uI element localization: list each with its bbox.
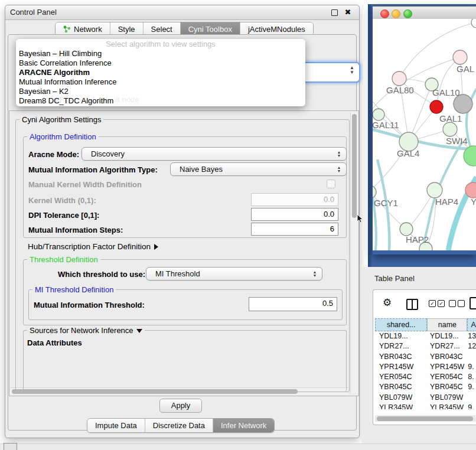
column-header-name[interactable]: name xyxy=(427,318,467,331)
bottom-tab-infer-network[interactable]: Infer Network xyxy=(213,419,274,432)
table-cell: YER054C xyxy=(428,372,468,382)
table-horizontal-scrollbar[interactable] xyxy=(375,415,476,422)
table-row[interactable]: YDL19...YDL19...13 xyxy=(375,331,476,341)
float-window-icon[interactable] xyxy=(331,9,338,16)
kernel-width-field[interactable]: 0.0 xyxy=(251,193,338,206)
which-threshold-label: Which threshold to use: xyxy=(58,270,145,279)
mi-steps-field[interactable]: 6 xyxy=(251,223,338,236)
algorithm-dropdown-popup: Select algorithm to view settings Bayesi… xyxy=(16,39,305,106)
network-icon xyxy=(63,25,71,33)
tab-select[interactable]: Select xyxy=(144,22,181,35)
table-row[interactable]: YBL079WYBL079W xyxy=(375,393,476,403)
table-cell xyxy=(468,393,476,403)
table-cell: YBR043C xyxy=(375,352,428,362)
column-header-A[interactable]: A xyxy=(467,318,476,331)
tab-network[interactable]: Network xyxy=(56,22,110,35)
mi-algorithm-type-label: Mutual Information Algorithm Type: xyxy=(28,165,158,174)
table-row[interactable]: YBR043CYBR043C xyxy=(375,352,476,362)
apply-button[interactable]: Apply xyxy=(159,399,202,413)
threshold-definition-title: Threshold Definition xyxy=(27,255,100,264)
gear-icon[interactable]: ⚙ xyxy=(383,296,392,309)
control-panel-titlebar[interactable]: Control Panel ✖ xyxy=(5,5,359,20)
table-cell: YLR345W xyxy=(375,403,428,409)
algorithm-option[interactable]: ARACNE Algorithm xyxy=(16,68,305,77)
clear-checkboxes-icon[interactable] xyxy=(449,300,465,307)
collapsed-arrow-icon xyxy=(154,244,158,250)
node-label-hap4: HAP4 xyxy=(435,197,458,207)
table-row[interactable]: YPR145WYPR145W9. xyxy=(375,362,476,372)
manual-kernel-width-label: Manual Kernel Width Definition xyxy=(28,180,142,189)
aracne-mode-label: Aracne Mode: xyxy=(28,150,79,159)
aracne-mode-value: Discovery xyxy=(91,149,125,158)
hub-definition-toggle[interactable]: Hub/Transcription Factor Definition xyxy=(28,242,158,251)
algorithm-option[interactable]: Bayesian – K2 xyxy=(16,87,305,96)
algorithm-dropdown-items: Bayesian – Hill ClimbingBasic Correlatio… xyxy=(16,49,305,106)
table-panel-title: Table Panel xyxy=(374,274,415,283)
sources-toggle[interactable]: Sources for Network Inference xyxy=(27,326,145,335)
algorithm-combobox-fragment[interactable]: ▲▼ xyxy=(304,62,360,83)
close-traffic-light-icon[interactable] xyxy=(380,9,389,18)
node-swi4[interactable] xyxy=(443,122,457,136)
table-row[interactable]: YLR345WYLR345W9. xyxy=(375,403,476,409)
algorithm-option[interactable]: Bayesian – Hill Climbing xyxy=(16,49,305,58)
mi-threshold-definition-title: MI Threshold Definition xyxy=(32,285,116,294)
kernel-width-label: Kernel Width (0,1): xyxy=(28,196,96,205)
mi-algorithm-type-combobox[interactable]: Naive Bayes ▲▼ xyxy=(170,162,347,176)
network-view-window: GALGAL80GAL10GAL1GAL11SWI4GAL4GCY1HAP4YH… xyxy=(373,6,476,255)
cytoscape-desktop: GALGAL80GAL10GAL1GAL11SWI4GAL4GCY1HAP4YH… xyxy=(368,4,476,267)
mouse-cursor xyxy=(357,214,364,227)
table-cell: 8. xyxy=(468,372,476,382)
node-gal1[interactable] xyxy=(430,100,443,113)
network-canvas[interactable]: GALGAL80GAL10GAL1GAL11SWI4GAL4GCY1HAP4YH… xyxy=(373,19,476,250)
table-row[interactable]: YER054CYER054C8. xyxy=(375,372,476,382)
node-hap4[interactable] xyxy=(427,182,442,198)
table-cell: YLR345W xyxy=(428,403,468,409)
table-row[interactable]: YBR045CYBR045C9. xyxy=(375,382,476,392)
table-cell: YPR145W xyxy=(428,362,468,372)
columns-icon[interactable] xyxy=(406,299,418,310)
data-attributes-label: Data Attributes xyxy=(27,338,82,347)
aracne-mode-combobox[interactable]: Discovery ▲▼ xyxy=(81,147,347,161)
mi-algorithm-type-value: Naive Bayes xyxy=(180,165,223,174)
table-panel-region: Table Panel ⚙ ✓✓ shared...nameA YDL19...… xyxy=(361,267,476,450)
which-threshold-combobox[interactable]: MI Threshold ▲▼ xyxy=(146,267,322,281)
document-icon[interactable] xyxy=(470,297,476,309)
algorithm-option[interactable]: Dream8 DC_TDC Algorithm xyxy=(16,96,305,106)
mi-threshold-field[interactable]: 0.5 xyxy=(249,297,337,311)
which-threshold-value: MI Threshold xyxy=(155,269,200,278)
algorithm-dropdown-prompt: Select algorithm to view settings xyxy=(16,39,305,49)
algorithm-option[interactable]: Basic Correlation Inference xyxy=(16,58,305,68)
table-cell: 9. xyxy=(468,382,476,392)
tab-style[interactable]: Style xyxy=(110,22,144,35)
table-cell: YDL19... xyxy=(375,331,428,341)
node-gcy1[interactable] xyxy=(373,185,376,198)
node-gal[interactable] xyxy=(453,50,467,64)
manual-kernel-width-checkbox[interactable] xyxy=(327,180,335,188)
bottom-status-strip xyxy=(0,444,476,450)
table-cell: YBR043C xyxy=(428,352,468,362)
table-cell: YDL19... xyxy=(428,331,468,341)
node-gal80[interactable] xyxy=(392,71,406,86)
minimize-traffic-light-icon[interactable] xyxy=(392,9,400,18)
node-gal11[interactable] xyxy=(373,109,384,120)
zoom-traffic-light-icon[interactable] xyxy=(403,9,412,18)
bottom-tab-impute-data[interactable]: Impute Data xyxy=(87,419,145,432)
node[interactable] xyxy=(471,19,476,28)
node-label-gal80: GAL80 xyxy=(386,85,414,95)
table-cell: YER054C xyxy=(375,372,428,382)
select-all-checkboxes-icon[interactable]: ✓✓ xyxy=(429,300,445,307)
bottom-left-widget-icon[interactable] xyxy=(4,443,17,450)
algorithm-option[interactable]: Mutual Information Inference xyxy=(16,77,305,87)
table-row[interactable]: YDR27...YDR27...12 xyxy=(375,341,476,351)
tab-cyni-toolbox[interactable]: Cyni Toolbox xyxy=(181,22,240,35)
dpi-tolerance-field[interactable]: 0.0 xyxy=(251,208,338,221)
network-window-titlebar[interactable] xyxy=(373,6,476,20)
tab-jactivemnodules[interactable]: jActiveMNodules xyxy=(240,22,313,35)
node-hap2[interactable] xyxy=(400,223,413,236)
close-window-icon[interactable]: ✖ xyxy=(344,9,351,16)
bottom-tab-discretize-data[interactable]: Discretize Data xyxy=(145,419,213,432)
settings-vertical-scrollbar[interactable] xyxy=(350,112,358,393)
cyni-algorithm-settings-group: Cyni Algorithm Settings Algorithm Defini… xyxy=(15,119,350,392)
column-header-shared[interactable]: shared... xyxy=(375,318,427,331)
mi-threshold-label: Mutual Information Threshold: xyxy=(34,301,145,309)
